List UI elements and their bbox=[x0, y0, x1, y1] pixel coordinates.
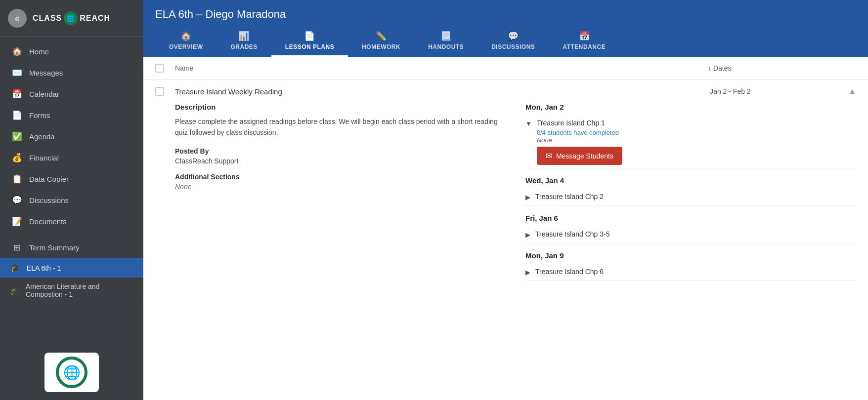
tab-discussions[interactable]: 💬 DISCUSSIONS bbox=[477, 27, 549, 57]
sidebar-item-home[interactable]: 🏠 Home bbox=[0, 41, 143, 62]
description-title: Description bbox=[175, 103, 506, 111]
day-label-3: Mon, Jan 9 bbox=[525, 251, 856, 260]
sidebar-item-messages[interactable]: ✉️ Messages bbox=[0, 62, 143, 83]
lesson-collapse-toggle[interactable]: ▲ bbox=[848, 87, 856, 96]
tab-discussions-icon: 💬 bbox=[508, 31, 519, 41]
header-checkbox-col bbox=[155, 64, 175, 73]
app-logo: CLASS 🌐 REACH bbox=[33, 11, 110, 25]
tab-attendance[interactable]: 📅 ATTENDANCE bbox=[549, 27, 619, 57]
col-dates-header[interactable]: ↓ Dates bbox=[708, 64, 856, 72]
day-item-expand-icon-3[interactable]: ▶ bbox=[525, 269, 530, 276]
day-item-3-0: ▶ Treasure Island Chp 6 bbox=[525, 265, 856, 281]
tab-bar: 🏠 OVERVIEW 📊 GRADES 📄 LESSON PLANS ✏️ HO… bbox=[155, 27, 856, 57]
home-icon: 🏠 bbox=[11, 46, 22, 57]
description-text: Please complete the assigned readings be… bbox=[175, 116, 506, 138]
data-copier-icon: 📋 bbox=[11, 174, 22, 184]
posted-by-label: Posted By bbox=[175, 147, 506, 155]
schedule-day-3: Mon, Jan 9 ▶ Treasure Island Chp 6 bbox=[525, 251, 856, 281]
brand-logo: 🌐 bbox=[44, 353, 99, 392]
schedule-day-1: Wed, Jan 4 ▶ Treasure Island Chp 2 bbox=[525, 176, 856, 206]
sidebar-item-agenda-label: Agenda bbox=[29, 132, 55, 141]
sidebar-item-discussions[interactable]: 💬 Discussions bbox=[0, 190, 143, 211]
additional-sections-value: None bbox=[175, 183, 506, 191]
tab-overview[interactable]: 🏠 OVERVIEW bbox=[155, 27, 217, 57]
discussions-icon: 💬 bbox=[11, 195, 22, 205]
message-icon: ✉ bbox=[546, 151, 552, 160]
sidebar-item-calendar[interactable]: 📅 Calendar bbox=[0, 83, 143, 105]
day-item-name-1-0: Treasure Island Chp 2 bbox=[535, 193, 856, 200]
sidebar-class-ela6-label: ELA 6th - 1 bbox=[27, 264, 61, 272]
day-item-content-3-0: Treasure Island Chp 6 bbox=[535, 268, 856, 278]
day-item-1-0: ▶ Treasure Island Chp 2 bbox=[525, 190, 856, 206]
day-item-2-0: ▶ Treasure Island Chp 3-5 bbox=[525, 227, 856, 243]
day-item-expand-icon-1[interactable]: ▶ bbox=[525, 194, 530, 201]
sidebar-item-home-label: Home bbox=[29, 47, 49, 56]
tab-overview-label: OVERVIEW bbox=[169, 43, 203, 50]
tab-handouts[interactable]: 📃 HANDOUTS bbox=[414, 27, 477, 57]
calendar-icon: 📅 bbox=[11, 89, 22, 99]
tab-grades[interactable]: 📊 GRADES bbox=[217, 27, 271, 57]
handouts-icon: 📃 bbox=[440, 31, 452, 41]
message-students-button[interactable]: ✉ Message Students bbox=[537, 147, 622, 165]
lesson-schedule: Mon, Jan 2 ▼ Treasure Island Chp 1 0/4 s… bbox=[525, 103, 856, 289]
tab-attendance-label: ATTENDANCE bbox=[563, 43, 606, 50]
lesson-plans-content: Name ↓ Dates Treasure Island Weekly Read… bbox=[143, 57, 868, 400]
lesson-row-header[interactable]: Treasure Island Weekly Reading Jan 2 - F… bbox=[143, 80, 868, 103]
sidebar-item-data-copier-label: Data Copier bbox=[29, 175, 69, 183]
sidebar-logo-bottom: 🌐 bbox=[0, 345, 143, 400]
forms-icon: 📄 bbox=[11, 110, 22, 120]
sidebar-term-summary-label: Term Summary bbox=[29, 243, 80, 252]
table-header: Name ↓ Dates bbox=[143, 57, 868, 80]
sidebar-item-term-summary[interactable]: ⊞ Term Summary bbox=[0, 237, 143, 258]
day-item-name-0-0: Treasure Island Chp 1 bbox=[537, 119, 856, 127]
sidebar-item-financial[interactable]: 💰 Financial bbox=[0, 147, 143, 168]
overview-icon: 🏠 bbox=[180, 31, 192, 41]
sidebar-item-forms[interactable]: 📄 Forms bbox=[0, 105, 143, 126]
class-amlit-icon: 🎓 bbox=[10, 286, 20, 295]
sidebar-class-amlit[interactable]: 🎓 American Literature and Compostion - 1 bbox=[0, 278, 143, 303]
tab-lesson-plans[interactable]: 📄 LESSON PLANS bbox=[271, 27, 348, 57]
day-item-expand-icon-2[interactable]: ▶ bbox=[525, 231, 530, 239]
tab-grades-label: GRADES bbox=[230, 43, 257, 50]
lesson-checkbox[interactable] bbox=[155, 87, 175, 96]
lesson-name: Treasure Island Weekly Reading bbox=[175, 87, 710, 96]
schedule-day-0: Mon, Jan 2 ▼ Treasure Island Chp 1 0/4 s… bbox=[525, 103, 856, 168]
day-item-content-0-0: Treasure Island Chp 1 0/4 students have … bbox=[537, 119, 856, 165]
sidebar-class-ela6[interactable]: 🎓 ELA 6th - 1 bbox=[0, 258, 143, 278]
logo-text-class: CLASS bbox=[33, 14, 62, 23]
completion-status[interactable]: 0/4 students have completed bbox=[537, 129, 856, 136]
tab-handouts-label: HANDOUTS bbox=[428, 43, 464, 50]
page-title: ELA 6th – Diego Maradona bbox=[155, 8, 856, 21]
day-item-expand-icon[interactable]: ▼ bbox=[525, 120, 532, 127]
lesson-row: Treasure Island Weekly Reading Jan 2 - F… bbox=[143, 80, 868, 301]
posted-by-value: ClassReach Support bbox=[175, 157, 506, 165]
financial-icon: 💰 bbox=[11, 153, 22, 163]
class-ela6-icon: 🎓 bbox=[10, 263, 21, 273]
day-item-name-3-0: Treasure Island Chp 6 bbox=[535, 268, 856, 276]
day-item-content-2-0: Treasure Island Chp 3-5 bbox=[535, 230, 856, 240]
logo-icon: 🌐 bbox=[64, 11, 78, 25]
sidebar-item-discussions-label: Discussions bbox=[29, 196, 69, 204]
select-all-checkbox[interactable] bbox=[155, 64, 164, 73]
sidebar-item-agenda[interactable]: ✅ Agenda bbox=[0, 126, 143, 147]
sidebar-item-financial-label: Financial bbox=[29, 154, 59, 162]
sidebar-item-documents[interactable]: 📝 Documents bbox=[0, 211, 143, 232]
sidebar-header: « CLASS 🌐 REACH bbox=[0, 0, 143, 37]
schedule-day-2: Fri, Jan 6 ▶ Treasure Island Chp 3-5 bbox=[525, 214, 856, 243]
day-item-name-2-0: Treasure Island Chp 3-5 bbox=[535, 230, 856, 238]
tab-homework[interactable]: ✏️ HOMEWORK bbox=[348, 27, 414, 57]
sidebar-item-data-copier[interactable]: 📋 Data Copier bbox=[0, 168, 143, 190]
brand-logo-symbol: 🌐 bbox=[63, 364, 81, 381]
lesson-dates: Jan 2 - Feb 2 bbox=[710, 87, 848, 95]
sidebar-item-documents-label: Documents bbox=[29, 217, 67, 226]
lesson-select-checkbox[interactable] bbox=[155, 87, 164, 96]
sidebar-item-forms-label: Forms bbox=[29, 111, 50, 120]
col-name-header: Name bbox=[175, 64, 708, 72]
col-dates-label: ↓ Dates bbox=[708, 64, 731, 72]
sidebar-item-calendar-label: Calendar bbox=[29, 90, 59, 98]
homework-icon: ✏️ bbox=[376, 31, 387, 41]
back-button[interactable]: « bbox=[8, 9, 27, 28]
lesson-plans-icon: 📄 bbox=[304, 31, 315, 41]
tab-discussions-label: DISCUSSIONS bbox=[491, 43, 535, 50]
sidebar-class-amlit-label: American Literature and Compostion - 1 bbox=[26, 282, 133, 298]
